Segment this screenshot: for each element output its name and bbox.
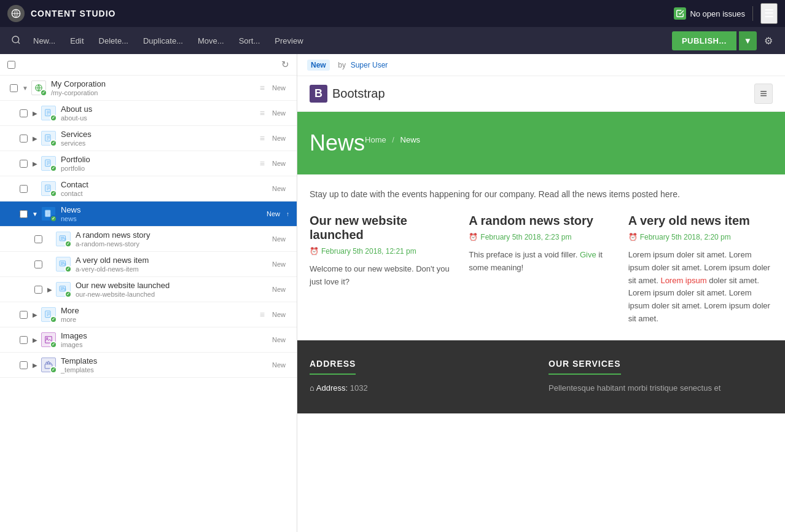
- checkbox-images[interactable]: [20, 336, 28, 344]
- drag-handle-my-corporation: ≡: [260, 83, 265, 93]
- edit-button[interactable]: Edit: [64, 33, 90, 49]
- breadcrumb-current: News: [400, 135, 421, 144]
- sidebar-item-old-news[interactable]: ▶ A very old news item a-very-old-news-i…: [0, 252, 297, 277]
- sidebar-item-random-news[interactable]: ▶ A random news story a-random-news-stor…: [0, 227, 297, 252]
- footer-address-text: ⌂ Address: 1032: [310, 382, 534, 395]
- topbar-right: No open issues ☰: [674, 3, 778, 24]
- icon-contact: [40, 180, 57, 197]
- sidebar-item-contact[interactable]: ▶ Contact contact New: [0, 176, 297, 201]
- move-button[interactable]: Move...: [192, 33, 230, 49]
- publish-button[interactable]: PUBLISH...: [672, 31, 736, 50]
- checkbox-old-news[interactable]: [34, 260, 42, 268]
- clock-icon-0: ⏰: [310, 247, 319, 256]
- checkbox-my-corporation[interactable]: [10, 84, 18, 92]
- refresh-icon[interactable]: ↻: [281, 59, 289, 70]
- checkbox-services[interactable]: [20, 135, 28, 143]
- svg-rect-13: [64, 289, 66, 291]
- news-card-1-text: This preface is just a void filler. Give…: [469, 249, 613, 275]
- give-link[interactable]: Give: [580, 250, 596, 259]
- sidebar-item-portfolio[interactable]: ▶ Portfolio portfolio ≡ New: [0, 151, 297, 176]
- text-images: Images images: [61, 331, 268, 348]
- main-area: ↻ ▼ My Corporation /my-corporation ≡ New…: [0, 54, 785, 532]
- footer-section: ADDRESS ⌂ Address: 1032 OUR SERVICES Pel…: [297, 340, 785, 413]
- sidebar-item-images[interactable]: ▶ Images images New: [0, 327, 297, 353]
- issues-icon: [674, 7, 686, 20]
- drag-handle-more: ≡: [260, 310, 265, 319]
- icon-my-corporation: [30, 79, 47, 96]
- icon-templates: [40, 356, 57, 374]
- checkbox-more[interactable]: [20, 311, 28, 319]
- icon-images: [40, 331, 57, 348]
- sidebar-item-templates[interactable]: ▶ Templates _templates New: [0, 353, 297, 378]
- footer-address: ADDRESS ⌂ Address: 1032: [310, 359, 534, 395]
- sidebar-item-website-launched[interactable]: ▶ Our new website launched our-new-websi…: [0, 277, 297, 302]
- expand-website-launched[interactable]: ▶: [45, 286, 55, 293]
- icon-old-news: [55, 256, 72, 273]
- checkbox-website-launched[interactable]: [34, 286, 42, 294]
- checkbox-portfolio[interactable]: [20, 160, 28, 168]
- publish-dropdown-button[interactable]: ▼: [739, 31, 757, 50]
- sidebar-item-more[interactable]: ▶ More more ≡ New: [0, 302, 297, 327]
- news-card-2: A very old news item ⏰ February 5th 2018…: [628, 214, 773, 326]
- bootstrap-logo-b: B: [310, 85, 327, 103]
- topbar-menu-button[interactable]: ☰: [760, 3, 778, 24]
- news-card-1-date: ⏰ February 5th 2018, 2:23 pm: [469, 233, 613, 241]
- checkbox-news[interactable]: [20, 210, 28, 218]
- checkbox-random-news[interactable]: [34, 235, 42, 243]
- cursor-indicator: ↑: [286, 211, 289, 217]
- select-all-checkbox[interactable]: [7, 61, 15, 69]
- footer-address-icon: ⌂: [310, 383, 316, 393]
- icon-services: [40, 130, 57, 147]
- preview-status-badge: New: [307, 60, 330, 71]
- text-portfolio: Portfolio portfolio: [61, 155, 260, 172]
- svg-rect-11: [64, 264, 66, 265]
- footer-address-heading: ADDRESS: [310, 359, 356, 375]
- expand-services[interactable]: ▶: [30, 135, 40, 142]
- lorem-link[interactable]: Lorem ipsum: [660, 276, 706, 285]
- preview-content: B Bootstrap ≡ News Home / News Stay: [297, 76, 785, 413]
- text-contact: Contact contact: [61, 180, 268, 197]
- delete-button[interactable]: Delete...: [93, 33, 135, 49]
- sidebar-item-about-us[interactable]: ▶ About us about-us ≡ New: [0, 101, 297, 126]
- text-old-news: A very old news item a-very-old-news-ite…: [76, 256, 268, 273]
- news-card-0-date: ⏰ February 5th 2018, 12:21 pm: [310, 247, 454, 256]
- footer-address-label: Address:: [316, 383, 348, 393]
- footer-services-heading: OUR SERVICES: [549, 359, 621, 375]
- hero-content: News: [310, 130, 365, 156]
- text-website-launched: Our new website launched our-new-website…: [76, 281, 268, 298]
- checkbox-about-us[interactable]: [20, 109, 28, 117]
- news-card-0: Our new website launched ⏰ February 5th …: [310, 214, 454, 326]
- sidebar-item-news[interactable]: ▼ News news New ↑: [0, 201, 297, 227]
- news-card-0-text: Welcome to our new website. Don't you ju…: [310, 263, 454, 289]
- preview-button[interactable]: Preview: [268, 33, 309, 49]
- checkbox-contact[interactable]: [20, 185, 28, 193]
- expand-templates[interactable]: ▶: [30, 362, 40, 369]
- sidebar-item-my-corporation[interactable]: ▼ My Corporation /my-corporation ≡ New: [0, 76, 297, 101]
- navbar-toggle-button[interactable]: ≡: [754, 84, 773, 104]
- no-issues-label: No open issues: [690, 9, 745, 18]
- duplicate-button[interactable]: Duplicate...: [137, 33, 189, 49]
- toolbar: New... Edit Delete... Duplicate... Move.…: [0, 27, 785, 54]
- checkbox-templates[interactable]: [20, 361, 28, 369]
- expand-images[interactable]: ▶: [30, 337, 40, 343]
- sort-button[interactable]: Sort...: [233, 33, 267, 49]
- topbar-separator: [752, 6, 753, 21]
- hero-title: News: [310, 130, 365, 156]
- expand-more[interactable]: ▶: [30, 311, 40, 318]
- footer-address-value: 1032: [350, 383, 368, 393]
- expand-portfolio[interactable]: ▶: [30, 160, 40, 167]
- expand-news[interactable]: ▼: [30, 211, 40, 217]
- search-button[interactable]: [7, 31, 25, 50]
- expand-about-us[interactable]: ▶: [30, 110, 40, 117]
- clock-icon-2: ⏰: [628, 233, 638, 241]
- new-button[interactable]: New...: [27, 33, 61, 49]
- breadcrumb-home: Home: [365, 135, 386, 144]
- app-logo: [7, 5, 25, 22]
- text-about-us: About us about-us: [61, 104, 260, 122]
- news-grid: Our new website launched ⏰ February 5th …: [310, 214, 773, 326]
- expand-my-corporation[interactable]: ▼: [20, 85, 30, 92]
- sidebar-item-services[interactable]: ▶ Services services ≡ New: [0, 126, 297, 151]
- text-more: More more: [61, 306, 260, 323]
- footer-services-text: Pellentesque habitant morbi tristique se…: [549, 382, 773, 395]
- settings-button[interactable]: ⚙: [759, 31, 778, 50]
